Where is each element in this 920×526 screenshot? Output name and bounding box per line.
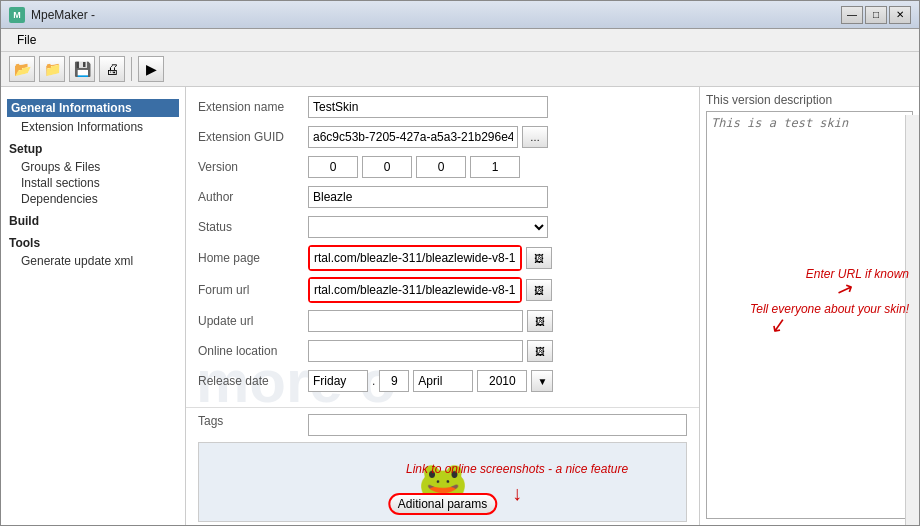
release-date-label: Release date	[198, 374, 308, 388]
extension-name-label: Extension name	[198, 100, 308, 114]
file-menu[interactable]: File	[9, 31, 44, 49]
minimize-button[interactable]: —	[841, 6, 863, 24]
forum-label: Forum url	[198, 283, 308, 297]
online-location-label: Online location	[198, 344, 308, 358]
homepage-input[interactable]	[310, 247, 520, 269]
menu-bar: File	[1, 29, 919, 52]
app-icon: M	[9, 7, 25, 23]
print-button[interactable]: 🖨	[99, 56, 125, 82]
tags-input[interactable]	[308, 414, 687, 436]
release-date-row: Release date . ▼	[198, 369, 687, 393]
sidebar-section-setup[interactable]: Setup	[7, 141, 179, 157]
sidebar-item-install[interactable]: Install sections	[7, 175, 179, 191]
release-year-input[interactable]	[477, 370, 527, 392]
forum-input[interactable]	[310, 279, 520, 301]
toolbar: 📂 📁 💾 🖨 ▶	[1, 52, 919, 87]
toolbar-separator	[131, 57, 132, 81]
sidebar-section-build[interactable]: Build	[7, 213, 179, 229]
guid-row: Extension GUID …	[198, 125, 687, 149]
update-label: Update url	[198, 314, 308, 328]
form-top: Extension name Extension GUID … Version	[186, 87, 699, 407]
content-area: more o Extension name Extension GUID	[186, 87, 919, 525]
status-select[interactable]	[308, 216, 548, 238]
sidebar-item-generate[interactable]: Generate update xml	[7, 253, 179, 269]
online-location-input[interactable]	[308, 340, 523, 362]
tags-row: Tags	[198, 414, 687, 436]
sidebar-item-extension-info[interactable]: Extension Informations	[7, 119, 179, 135]
update-browse-button[interactable]: 🖼	[527, 310, 553, 332]
sidebar-section-tools[interactable]: Tools	[7, 235, 179, 251]
run-button[interactable]: ▶	[138, 56, 164, 82]
version-desc-textarea[interactable]	[706, 111, 913, 519]
date-picker-button[interactable]: ▼	[531, 370, 553, 392]
open-button[interactable]: 📁	[39, 56, 65, 82]
version-field-3[interactable]	[416, 156, 466, 178]
tags-label: Tags	[198, 414, 308, 428]
main-layout: General Informations Extension Informati…	[1, 87, 919, 525]
status-label: Status	[198, 220, 308, 234]
author-label: Author	[198, 190, 308, 204]
guid-label: Extension GUID	[198, 130, 308, 144]
main-window: M MpeMaker - — □ ✕ File 📂 📁 💾 🖨 ▶ Genera…	[0, 0, 920, 526]
homepage-browse-button[interactable]: 🖼	[526, 247, 552, 269]
author-input[interactable]	[308, 186, 548, 208]
version-field-1[interactable]	[308, 156, 358, 178]
extension-name-row: Extension name	[198, 95, 687, 119]
version-group	[308, 156, 520, 178]
window-controls: — □ ✕	[841, 6, 911, 24]
maximize-button[interactable]: □	[865, 6, 887, 24]
version-desc-panel: This version description	[699, 87, 919, 525]
window-title: MpeMaker -	[31, 8, 841, 22]
new-button[interactable]: 📂	[9, 56, 35, 82]
forum-row: Forum url 🖼	[198, 277, 687, 303]
sidebar-item-dependencies[interactable]: Dependencies	[7, 191, 179, 207]
guid-button[interactable]: …	[522, 126, 548, 148]
sidebar-item-groups[interactable]: Groups & Files	[7, 159, 179, 175]
date-group: . ▼	[308, 370, 553, 392]
version-row: Version	[198, 155, 687, 179]
release-num-input[interactable]	[379, 370, 409, 392]
forum-browse-button[interactable]: 🖼	[526, 279, 552, 301]
version-label: Version	[198, 160, 308, 174]
homepage-row: Home page 🖼	[198, 245, 687, 271]
author-row: Author	[198, 185, 687, 209]
version-field-2[interactable]	[362, 156, 412, 178]
sidebar-section-general[interactable]: General Informations	[7, 99, 179, 117]
sidebar: General Informations Extension Informati…	[1, 87, 186, 525]
status-row: Status	[198, 215, 687, 239]
update-row: Update url 🖼	[198, 309, 687, 333]
release-month-input[interactable]	[413, 370, 473, 392]
version-field-4[interactable]	[470, 156, 520, 178]
online-location-browse-button[interactable]: 🖼	[527, 340, 553, 362]
save-button[interactable]: 💾	[69, 56, 95, 82]
online-location-row: Online location 🖼	[198, 339, 687, 363]
homepage-label: Home page	[198, 251, 308, 265]
version-desc-label: This version description	[706, 93, 913, 107]
date-sep-1: .	[372, 374, 375, 388]
extension-name-input[interactable]	[308, 96, 548, 118]
title-bar: M MpeMaker - — □ ✕	[1, 1, 919, 29]
update-input[interactable]	[308, 310, 523, 332]
close-button[interactable]: ✕	[889, 6, 911, 24]
release-day-input[interactable]	[308, 370, 368, 392]
additional-params-button[interactable]: Aditional params	[388, 493, 497, 515]
guid-input[interactable]	[308, 126, 518, 148]
right-scrollbar[interactable]	[905, 115, 919, 525]
